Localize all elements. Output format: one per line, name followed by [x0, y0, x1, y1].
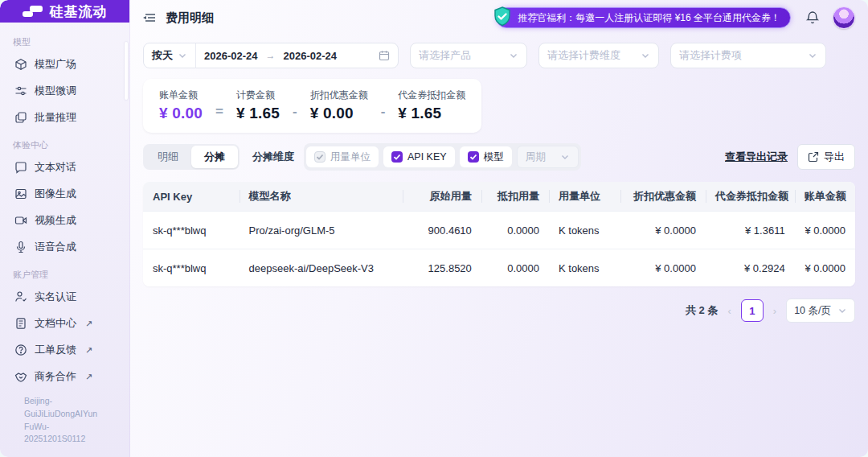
- cell-bill-amount: ¥ 0.0000: [795, 249, 855, 287]
- date-range-picker[interactable]: 2026-02-24 → 2026-02-24: [196, 50, 398, 62]
- col-usage-unit: 用量单位: [549, 182, 620, 212]
- cell-discount-amount: ¥ 0.0000: [620, 212, 706, 249]
- content: 按天 2026-02-24 → 2026-02-24 请选择产品: [130, 35, 868, 323]
- minus-operator: -: [381, 104, 386, 122]
- table-row[interactable]: sk-q***blwq Pro/zai-org/GLM-5 900.4610 0…: [143, 212, 855, 249]
- brand-name: 硅基流动: [50, 2, 108, 21]
- checkbox-model[interactable]: 模型: [460, 146, 512, 167]
- billing-item-select[interactable]: 请选择计费项: [670, 43, 826, 68]
- billing-dimension-select[interactable]: 请选择计费维度: [538, 43, 659, 68]
- date-range-control: 按天 2026-02-24 → 2026-02-24: [143, 43, 399, 68]
- billing-dimension-placeholder: 请选择计费维度: [547, 48, 620, 63]
- minus-operator: -: [293, 104, 297, 122]
- stat-value: ¥ 0.00: [159, 105, 203, 122]
- stat-discount-amount: 折扣优惠金额 ¥ 0.00: [310, 89, 368, 122]
- product-select[interactable]: 请选择产品: [410, 43, 527, 68]
- sidebar-item-business-cooperation[interactable]: 商务合作 ↗: [11, 364, 120, 389]
- granularity-select[interactable]: 按天: [144, 48, 195, 63]
- stat-voucher-amount: 代金券抵扣金额 ¥ 1.65: [398, 89, 465, 122]
- chevron-down-icon: [837, 306, 847, 315]
- checkbox-api-key[interactable]: API KEY: [383, 146, 455, 167]
- equals-operator: =: [215, 104, 223, 122]
- app-window: 硅基流动 模型 模型广场 模型微调 批量推理 体验中心 文本对话: [0, 0, 868, 457]
- user-avatar[interactable]: [833, 6, 855, 29]
- question-icon: [14, 344, 27, 356]
- sidebar-item-model-finetune[interactable]: 模型微调: [11, 78, 120, 104]
- sidebar-nav: 模型 模型广场 模型微调 批量推理 体验中心 文本对话 图像生成: [0, 23, 129, 457]
- user-check-icon: [14, 290, 27, 303]
- col-original-usage: 原始用量: [403, 182, 481, 212]
- sidebar-item-batch-inference[interactable]: 批量推理: [11, 105, 120, 130]
- main-area: 费用明细 推荐官福利：每邀一人注册认证即得 ¥16 全平台通用代金券！ 按天: [130, 0, 868, 457]
- col-discount-amount: 折扣优惠金额: [620, 182, 706, 212]
- period-select-label: 周期: [526, 150, 546, 164]
- allocation-dimension-label: 分摊维度: [252, 150, 294, 164]
- sidebar-item-label: 实名认证: [35, 290, 76, 304]
- billing-item-placeholder: 请选择计费项: [679, 48, 742, 63]
- sidebar-item-ticket-feedback[interactable]: 工单反馈 ↗: [11, 337, 120, 363]
- export-button-label: 导出: [824, 150, 845, 164]
- cell-model-name: Pro/zai-org/GLM-5: [240, 212, 403, 249]
- page-title: 费用明细: [166, 10, 214, 26]
- col-api-key: API Key: [143, 182, 240, 212]
- sidebar-item-model-square[interactable]: 模型广场: [11, 51, 120, 77]
- cell-original-usage: 125.8520: [403, 249, 481, 287]
- col-model-name: 模型名称: [240, 182, 403, 212]
- referral-promo-banner[interactable]: 推荐官福利：每邀一人注册认证即得 ¥16 全平台通用代金券！: [496, 7, 791, 28]
- stat-value: ¥ 0.00: [310, 105, 368, 122]
- checkbox-usage-unit[interactable]: 用量单位: [306, 146, 379, 167]
- cell-original-usage: 900.4610: [403, 212, 481, 249]
- stat-label: 计费金额: [236, 89, 280, 102]
- filter-row: 按天 2026-02-24 → 2026-02-24 请选择产品: [143, 43, 855, 68]
- view-export-records-link[interactable]: 查看导出记录: [725, 150, 788, 164]
- sidebar-item-speech-synthesis[interactable]: 语音合成: [11, 234, 120, 260]
- sidebar-item-label: 语音合成: [35, 240, 76, 254]
- table-row[interactable]: sk-q***blwq deepseek-ai/DeepSeek-V3 125.…: [143, 249, 855, 287]
- pagination-total: 共 2 条: [686, 303, 718, 318]
- brand-logo-icon: [23, 6, 43, 17]
- date-start-value: 2026-02-24: [204, 50, 258, 62]
- sidebar-item-label: 文档中心: [35, 316, 76, 331]
- cell-deducted-usage: 0.0000: [481, 212, 549, 249]
- calendar-icon: [379, 50, 390, 61]
- sidebar-collapse-icon[interactable]: [143, 10, 158, 25]
- sidebar-item-docs-center[interactable]: 文档中心 ↗: [11, 311, 120, 336]
- stat-charge-amount: 计费金额 ¥ 1.65: [236, 89, 280, 122]
- tab-detail[interactable]: 明细: [145, 146, 191, 168]
- chevron-down-icon: [509, 51, 518, 60]
- checkbox-checked-icon: [391, 151, 403, 163]
- pagination-prev-icon[interactable]: ‹: [726, 305, 732, 317]
- external-link-icon: ↗: [85, 345, 92, 356]
- export-icon: [808, 151, 819, 163]
- tab-allocation[interactable]: 分摊: [191, 146, 238, 168]
- pagination-next-icon[interactable]: ›: [772, 305, 778, 317]
- sidebar-item-video-generation[interactable]: 视频生成: [11, 208, 120, 233]
- sidebar: 硅基流动 模型 模型广场 模型微调 批量推理 体验中心 文本对话: [0, 0, 130, 457]
- chevron-down-icon: [178, 51, 187, 60]
- sidebar-item-text-chat[interactable]: 文本对话: [11, 154, 120, 180]
- range-arrow-icon: →: [266, 50, 276, 61]
- sidebar-item-label: 模型广场: [35, 57, 76, 72]
- checkbox-checked-disabled-icon: [314, 151, 326, 163]
- topbar: 费用明细 推荐官福利：每邀一人注册认证即得 ¥16 全平台通用代金券！: [130, 0, 868, 35]
- export-button[interactable]: 导出: [797, 144, 855, 170]
- chevron-down-icon: [560, 152, 570, 162]
- shield-check-icon: [491, 6, 514, 28]
- sidebar-scrollbar[interactable]: [125, 42, 128, 100]
- stat-value: ¥ 1.65: [236, 105, 280, 122]
- stat-label: 账单金额: [159, 89, 203, 102]
- checkbox-checked-icon: [468, 151, 479, 163]
- sidebar-item-identity-verification[interactable]: 实名认证: [11, 284, 120, 310]
- period-select[interactable]: 周期: [517, 146, 579, 168]
- cell-api-key: sk-q***blwq: [143, 249, 240, 287]
- pagination-page-1[interactable]: 1: [741, 299, 764, 322]
- sidebar-item-image-generation[interactable]: 图像生成: [11, 181, 120, 207]
- stat-label: 折扣优惠金额: [310, 89, 368, 102]
- cell-voucher-deduction: ¥ 0.2924: [706, 249, 795, 287]
- view-tabs: 明细 分摊: [143, 144, 240, 170]
- brand-logo[interactable]: 硅基流动: [0, 0, 129, 23]
- cell-deducted-usage: 0.0000: [481, 249, 549, 287]
- cell-usage-unit: K tokens: [549, 212, 620, 249]
- page-size-select[interactable]: 10 条/页: [786, 298, 855, 323]
- notification-bell-icon[interactable]: [805, 10, 820, 25]
